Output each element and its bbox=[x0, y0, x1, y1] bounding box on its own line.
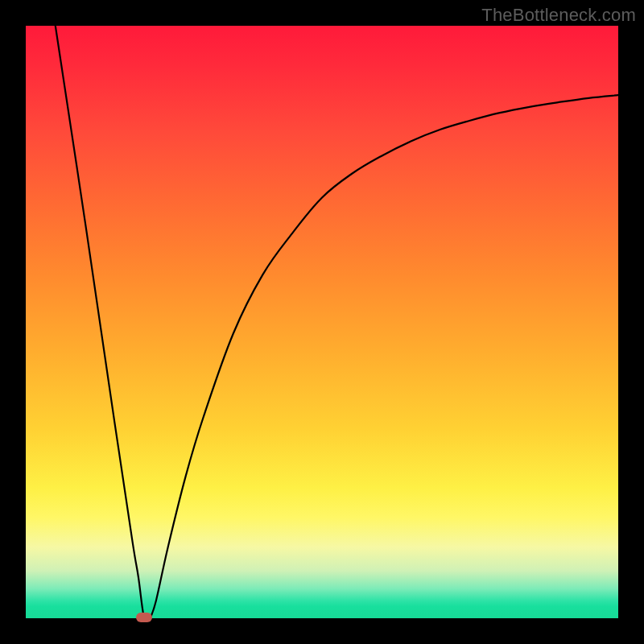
chart-frame: TheBottleneck.com bbox=[0, 0, 644, 644]
optimal-point-marker bbox=[136, 613, 152, 622]
watermark-text: TheBottleneck.com bbox=[481, 5, 636, 26]
bottleneck-curve bbox=[56, 26, 618, 618]
plot-area bbox=[26, 26, 618, 618]
curve-svg bbox=[26, 26, 618, 618]
